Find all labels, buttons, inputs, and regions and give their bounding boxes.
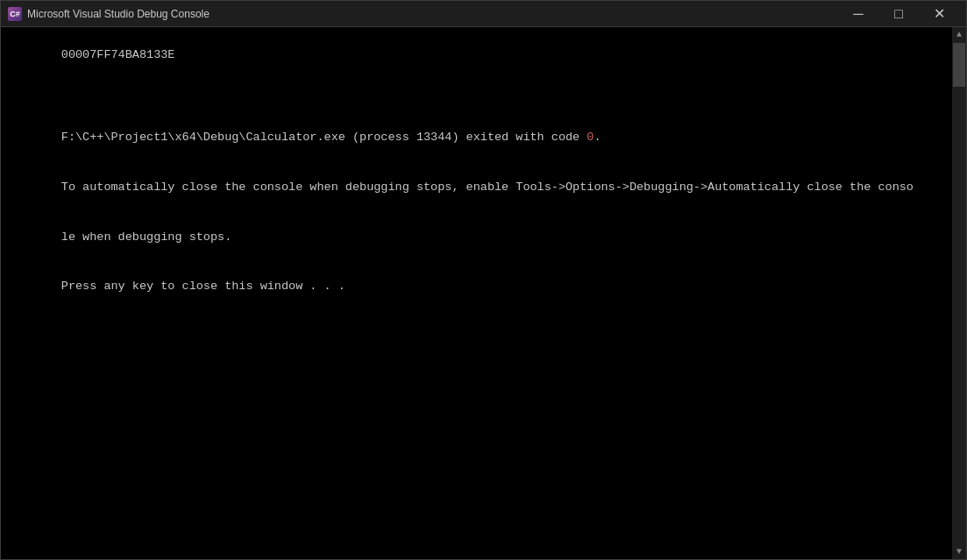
auto-close-line1: To automatically close the console when … bbox=[61, 181, 914, 194]
scroll-up-button[interactable]: ▲ bbox=[952, 27, 966, 42]
press-line: Press any key to close this window . . . bbox=[61, 280, 345, 293]
app-icon: C# bbox=[8, 7, 22, 21]
window-controls: ─ □ ✕ bbox=[838, 1, 959, 27]
console-content: 00007FF74BA8133E F:\C++\Project1\x64\Deb… bbox=[1, 27, 952, 559]
scroll-down-button[interactable]: ▼ bbox=[952, 544, 966, 559]
address-line: 00007FF74BA8133E bbox=[61, 48, 175, 61]
scrollbar: ▲ ▼ bbox=[952, 27, 966, 559]
minimize-button[interactable]: ─ bbox=[838, 1, 878, 27]
close-button[interactable]: ✕ bbox=[919, 1, 959, 27]
auto-close-line2: le when debugging stops. bbox=[61, 230, 231, 244]
exit-period: . bbox=[594, 131, 601, 144]
scrollbar-thumb[interactable] bbox=[953, 43, 965, 87]
exit-line-plain: F:\C++\Project1\x64\Debug\Calculator.exe… bbox=[61, 131, 587, 144]
title-bar: C# Microsoft Visual Studio Debug Console… bbox=[1, 1, 966, 27]
scrollbar-track[interactable] bbox=[952, 42, 966, 544]
console-area: 00007FF74BA8133E F:\C++\Project1\x64\Deb… bbox=[1, 27, 966, 559]
exit-line: F:\C++\Project1\x64\Debug\Calculator.exe… bbox=[61, 131, 601, 144]
console-output: 00007FF74BA8133E F:\C++\Project1\x64\Deb… bbox=[4, 31, 949, 312]
restore-button[interactable]: □ bbox=[878, 1, 919, 27]
window-title: Microsoft Visual Studio Debug Console bbox=[27, 8, 838, 20]
main-window: C# Microsoft Visual Studio Debug Console… bbox=[0, 0, 967, 560]
